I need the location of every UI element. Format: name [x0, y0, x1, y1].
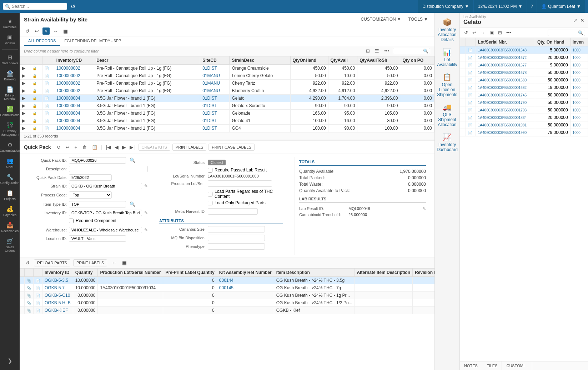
col-site-cd[interactable]: SiteCD [200, 56, 230, 65]
lot-grid-row[interactable]: 📄 1A4060300003FB5000001793 50.000000 100… [460, 106, 588, 114]
grid-search-input[interactable] [394, 49, 423, 53]
bottom-grid-row[interactable]: 📎 📄 OGKB-KIEF 0.000000 0 OGKB - Kief [20, 307, 435, 314]
sidebar-expand-icon[interactable]: ❯ [5, 355, 15, 367]
strain-grid-row[interactable]: ▶ 🔒 📄 1000000004 3.5G Jar Flower - brand… [20, 125, 434, 132]
lot-grid-row[interactable]: 📄 1A4060300003FB5000001672 20.000000 100… [460, 54, 588, 61]
sidebar-item-favorites[interactable]: ★ Favorites [0, 16, 20, 31]
date-time-button[interactable]: 12/6/2024 11:02 PM ▼ [473, 0, 527, 13]
strain-grid-row[interactable]: ▶ 🔒 📄 1000000004 3.5G Jar Flower - brand… [20, 102, 434, 110]
row-expand[interactable]: ▶ [20, 95, 30, 102]
prod-lot-input[interactable] [208, 180, 272, 187]
qp-copy-btn[interactable]: 📋 [90, 144, 99, 151]
company-selector[interactable]: Distribution Company ▼ [418, 0, 473, 13]
col-prod-lot[interactable]: Production Lot/Serial Number [98, 269, 163, 277]
row-expand[interactable]: ▶ [20, 125, 30, 132]
nav-prev-btn[interactable]: ◀ [113, 144, 120, 151]
location-id-input[interactable] [69, 235, 126, 242]
open-lines-btn[interactable]: 📋 Open Lines on Shipments [436, 71, 458, 99]
col-pre-print[interactable]: Pre-Print Label Quantity [163, 269, 217, 277]
strain-grid-row[interactable]: ▶ 🔒 📄 1000000002 Pre-Roll - Cannatique R… [20, 87, 434, 95]
columns-button[interactable]: ☰ [373, 48, 381, 54]
create-kits-btn[interactable]: CREATE KITS [139, 144, 170, 151]
nav-first-btn[interactable]: |◀ [104, 144, 112, 151]
load-parts-checkbox[interactable] [208, 192, 212, 196]
strain-grid-row[interactable]: ▶ 🔒 📄 1000000002 Pre-Roll - Cannatique R… [20, 72, 434, 80]
row-expand[interactable]: ▶ [20, 72, 30, 80]
bottom-grid-row[interactable]: 📎 📄 OGKB-5-7 10.000000 1A4030100001F5000… [20, 284, 435, 292]
lot-tab-customize[interactable]: CUSTOMI... [502, 361, 532, 370]
sidebar-item-banking[interactable]: 🏦 Banking [0, 68, 20, 83]
strain-id-edit-btn[interactable]: ✎ [144, 184, 148, 189]
row-expand[interactable]: ▶ [20, 80, 30, 87]
tab-all-records[interactable]: ALL RECORDS [24, 36, 60, 46]
row-expand[interactable]: ▶ [20, 65, 30, 72]
inventory-id-edit-btn[interactable]: ✎ [144, 210, 148, 215]
print-labels-btn[interactable]: PRINT LABELS [172, 144, 206, 151]
sidebar-item-customization[interactable]: ⚙ Customization [0, 139, 20, 155]
required-component-checkbox[interactable] [69, 219, 74, 223]
row-expand[interactable]: ▶ [20, 102, 30, 110]
shipment-allocation-btn[interactable]: 🚚 QLS Shipment Allocation [436, 101, 458, 129]
lab-result-edit-btn[interactable]: ✎ [422, 206, 426, 211]
qp-refresh-btn[interactable]: ↺ [55, 144, 62, 151]
sidebar-item-receivables[interactable]: 📥 Receivables [0, 220, 20, 235]
sidebar-item-configuration[interactable]: 🔧 Configuration [0, 171, 20, 187]
row-expand[interactable]: ▶ [20, 117, 30, 125]
sidebar-item-projects[interactable]: 📋 Projects [0, 188, 20, 203]
lot-more-btn[interactable]: ••• [505, 29, 513, 36]
warehouse-input[interactable] [69, 227, 142, 233]
col-alt-desc[interactable]: Alternate Item Description [355, 269, 412, 277]
lot-undo-btn[interactable]: ↩ [471, 29, 478, 36]
lot-grid-row[interactable]: 📄 1A4060300003FB5000001834 20.000000 100… [460, 114, 588, 121]
grid-view-button[interactable]: ▣ [62, 28, 69, 35]
customization-button[interactable]: CUSTOMIZATION ▼ [359, 16, 403, 23]
lot-col-inven[interactable]: Inven [570, 38, 588, 46]
strain-grid-row[interactable]: ▶ 🔒 📄 1000000004 3.5G Jar Flower - brand… [20, 95, 434, 102]
mq-bin-input[interactable] [208, 235, 265, 241]
lot-refresh-btn[interactable]: ↺ [463, 29, 469, 36]
bottom-refresh-btn[interactable]: ↺ [24, 259, 31, 266]
col-rev-id[interactable]: Revision ID [412, 269, 434, 277]
user-menu-button[interactable]: 👤 Quantum Leaf ▼ [537, 0, 585, 13]
lot-grid-row[interactable]: 📄 1A4060300003FB5000001790 50.000000 100… [460, 99, 588, 106]
load-only-checkbox[interactable] [208, 201, 212, 205]
strain-grid-row[interactable]: ▶ 🔒 📄 1000000002 Pre-Roll - Cannatique R… [20, 80, 434, 87]
lot-grid-row[interactable]: 📄 1A4060300003FB5000001990 79.000000 100… [460, 129, 588, 136]
lot-col-qty[interactable]: Qty. On Hand [535, 38, 570, 46]
item-type-search-btn[interactable]: 🔍 [128, 201, 137, 208]
strain-grid-row[interactable]: ▶ 🔒 📄 1000000002 Pre-Roll - Cannatique R… [20, 65, 434, 72]
qp-add-btn[interactable]: + [73, 144, 79, 151]
lot-col-serial[interactable]: Lot/Serial Nbr. [476, 38, 535, 46]
require-lab-checkbox[interactable] [208, 168, 212, 172]
refresh-button[interactable]: ↺ [24, 28, 31, 35]
sidebar-item-vidavu[interactable]: ▣ Vidavu [0, 32, 20, 47]
undo-button[interactable]: ↩ [33, 28, 40, 35]
row-expand[interactable]: ▶ [20, 110, 30, 117]
print-case-labels-btn[interactable]: PRINT CASE LABELS [208, 144, 254, 151]
lot-grid-row[interactable]: 📄 1A4060300003FB5000001677 9.000000 1000 [460, 61, 588, 69]
strain-grid-row[interactable]: ▶ 🔒 📄 1000000004 3.5G Jar Flower - brand… [20, 110, 434, 117]
lot-availability-btn[interactable]: 📊 Lot Availability [436, 46, 458, 69]
metrc-harvest-input[interactable] [208, 208, 258, 215]
filter-button[interactable]: ⊟ [365, 48, 371, 54]
lot-grid-row[interactable]: 📄 1A4060300003FB5000001548 5.000000 1000 [460, 46, 588, 54]
phenotype-input[interactable] [208, 243, 265, 250]
sidebar-item-currency[interactable]: 💱 Currency Management [0, 120, 20, 139]
col-strain-desc[interactable]: StrainDesc [230, 56, 290, 65]
col-kit-ref[interactable]: Kit Assembly Ref Number [217, 269, 274, 277]
bottom-fit-btn[interactable]: ↔ [110, 259, 118, 266]
lot-grid-row[interactable]: 📄 1A4060300003FB5000001745 50.000000 100… [460, 91, 588, 99]
inventory-allocation-btn[interactable]: 📦 Inventory Allocation Details [436, 16, 458, 44]
lot-search-input[interactable] [549, 31, 578, 35]
global-search-box[interactable]: 🔍 [3, 3, 67, 10]
col-inventory-id[interactable]: Inventory ID [42, 269, 73, 277]
lot-fit-btn[interactable]: ↔ [479, 29, 487, 36]
bottom-grid-row[interactable]: 📎 📄 OGKB-5-C10 0.000000 0 OG Kush Breath… [20, 292, 435, 299]
bottom-grid-row[interactable]: 📎 📄 OGKB-5-HLB 0.000000 0 OG Kush Breath… [20, 299, 435, 307]
qp-delete-btn[interactable]: 🗑 [81, 144, 88, 151]
sidebar-item-sales-orders[interactable]: 🛒 Sales Orders [0, 236, 20, 255]
bottom-print-labels-btn[interactable]: PRINT LABELS [73, 259, 107, 266]
quick-pack-id-input[interactable] [69, 157, 126, 164]
inventory-dashboard-btn[interactable]: 📈 Inventory Dashboard [436, 131, 458, 154]
row-expand[interactable]: ▶ [20, 87, 30, 95]
